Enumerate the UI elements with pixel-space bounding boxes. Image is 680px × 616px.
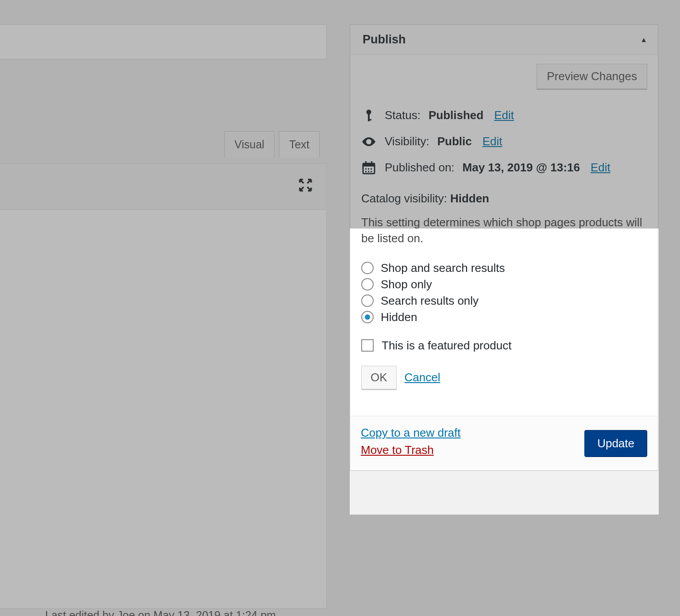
svg-rect-12 — [368, 171, 369, 172]
svg-rect-13 — [371, 171, 372, 172]
visibility-row: Visibility: Public Edit — [361, 128, 647, 155]
move-to-trash-link[interactable]: Move to Trash — [361, 443, 460, 457]
editor-toolbar — [0, 163, 327, 210]
svg-rect-2 — [368, 119, 371, 120]
preview-changes-button[interactable]: Preview Changes — [537, 64, 647, 89]
fullscreen-icon[interactable] — [298, 178, 313, 196]
svg-rect-8 — [365, 168, 367, 170]
preview-row: Preview Changes — [361, 64, 647, 89]
catalog-visibility-panel: Catalog visibility: Hidden This setting … — [350, 181, 658, 405]
svg-rect-7 — [371, 161, 372, 165]
visibility-value: Public — [437, 135, 472, 148]
calendar-icon — [361, 161, 377, 174]
publish-header[interactable]: Publish ▲ — [350, 25, 658, 55]
publish-metabox: Publish ▲ Preview Changes Status: Publis… — [350, 24, 658, 471]
tab-text[interactable]: Text — [279, 131, 320, 158]
catalog-option-label: Hidden — [381, 310, 417, 324]
catalog-visibility-value: Hidden — [450, 192, 489, 205]
radio-icon[interactable] — [361, 278, 374, 291]
catalog-option-shop-only[interactable]: Shop only — [361, 276, 647, 293]
eye-icon — [361, 137, 377, 146]
publish-footer: Copy to a new draft Move to Trash Update — [350, 416, 658, 470]
catalog-option-label: Search results only — [381, 294, 479, 308]
catalog-option-hidden[interactable]: Hidden — [361, 309, 647, 325]
status-row: Status: Published Edit — [361, 102, 647, 128]
featured-product-label: This is a featured product — [382, 339, 511, 353]
catalog-option-search-only[interactable]: Search results only — [361, 293, 647, 309]
published-on-row: Published on: May 13, 2019 @ 13:16 Edit — [361, 155, 647, 181]
copy-to-new-draft-link[interactable]: Copy to a new draft — [361, 426, 460, 440]
update-button[interactable]: Update — [584, 430, 647, 457]
svg-rect-11 — [365, 171, 367, 172]
svg-rect-5 — [363, 163, 375, 167]
catalog-visibility-options: Shop and search results Shop only Search… — [361, 260, 647, 325]
svg-rect-10 — [371, 168, 372, 170]
radio-icon[interactable] — [361, 311, 374, 323]
featured-product-row[interactable]: This is a featured product — [361, 339, 647, 353]
catalog-visibility-description: This setting determines which shop pages… — [361, 214, 647, 247]
svg-point-0 — [367, 109, 371, 114]
editor-content[interactable] — [0, 210, 327, 608]
catalog-option-label: Shop only — [381, 278, 432, 291]
catalog-visibility-heading: Catalog visibility: Hidden — [361, 192, 647, 205]
status-value: Published — [429, 108, 483, 122]
catalog-option-shop-and-search[interactable]: Shop and search results — [361, 260, 647, 276]
catalog-visibility-label: Catalog visibility: — [361, 192, 447, 205]
publish-body: Preview Changes Status: Published Edit — [350, 55, 658, 416]
footer-links: Copy to a new draft Move to Trash — [361, 426, 460, 457]
visibility-label: Visibility: — [385, 135, 429, 148]
catalog-option-label: Shop and search results — [381, 261, 505, 275]
editor-area — [0, 24, 327, 59]
ok-button[interactable]: OK — [361, 366, 397, 389]
post-title-input[interactable] — [0, 24, 327, 59]
visibility-edit-link[interactable]: Edit — [483, 135, 502, 148]
published-on-label: Published on: — [385, 161, 455, 174]
tab-visual[interactable]: Visual — [224, 131, 275, 158]
last-edited-text: Last edited by Joe on May 13, 2019 at 1:… — [45, 609, 276, 616]
radio-icon[interactable] — [361, 294, 374, 307]
svg-rect-9 — [368, 168, 369, 170]
svg-rect-6 — [365, 161, 367, 165]
cancel-link[interactable]: Cancel — [405, 371, 440, 384]
published-on-value: May 13, 2019 @ 13:16 — [463, 161, 580, 174]
editor-tabs: Visual Text — [0, 131, 327, 158]
radio-icon[interactable] — [361, 262, 374, 274]
svg-point-3 — [367, 140, 370, 143]
key-icon — [361, 109, 377, 122]
catalog-visibility-actions: OK Cancel — [361, 366, 647, 389]
published-on-edit-link[interactable]: Edit — [591, 161, 610, 174]
checkbox-icon[interactable] — [361, 339, 374, 352]
publish-title: Publish — [363, 33, 406, 46]
status-edit-link[interactable]: Edit — [494, 108, 514, 122]
status-label: Status: — [385, 108, 421, 122]
collapse-icon[interactable]: ▲ — [640, 36, 647, 44]
